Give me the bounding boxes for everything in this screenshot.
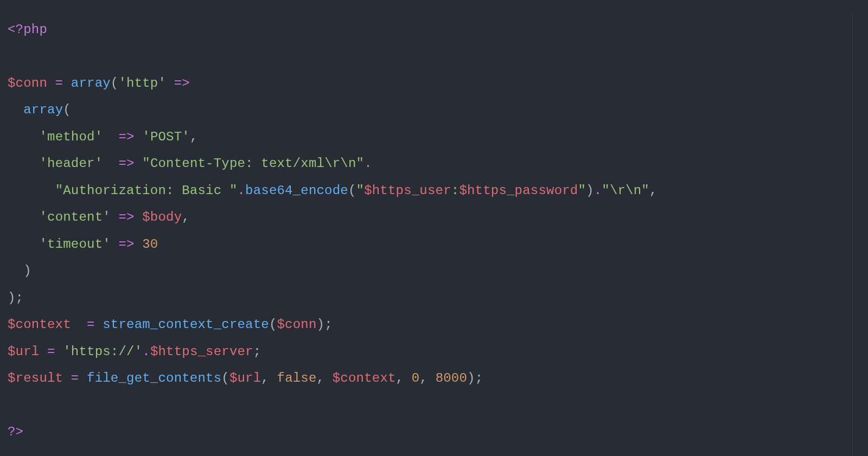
op-assign: = [47, 76, 71, 91]
str-header-key: 'header' [39, 156, 103, 171]
var-https-user: $https_user [364, 183, 451, 198]
comma: , [182, 210, 190, 224]
fn-base64-encode: base64_encode [245, 183, 348, 198]
comma: , [317, 371, 325, 386]
var-body: $body [142, 210, 182, 224]
str-colon: : [451, 183, 459, 198]
op-arrow: => [111, 130, 142, 144]
php-open-tag: <?php [8, 22, 47, 37]
paren-close: ) [23, 264, 31, 278]
paren-open: ( [348, 183, 356, 198]
op-assign: = [79, 317, 103, 332]
comma: , [419, 371, 427, 386]
op-dot: . [142, 344, 150, 359]
str-quote-open: " [356, 183, 365, 198]
paren-open: ( [63, 102, 71, 117]
var-url: $url [8, 344, 39, 359]
var-https-server: $https_server [150, 344, 253, 359]
op-arrow: => [111, 237, 142, 252]
op-arrow: => [166, 76, 197, 91]
str-content-type: "Content-Type: text/xml\r\n" [142, 156, 364, 171]
op-arrow: => [111, 156, 142, 171]
str-auth: "Authorization: Basic " [55, 183, 238, 198]
num-zero: 0 [412, 371, 420, 386]
paren-close: ) [586, 183, 594, 198]
paren-open: ( [111, 76, 119, 91]
var-conn: $conn [8, 76, 47, 91]
var-context: $context [8, 317, 71, 332]
op-assign: = [39, 344, 63, 359]
paren-open: ( [269, 317, 277, 332]
str-https: 'https://' [63, 344, 142, 359]
comma: , [261, 371, 269, 386]
num-timeout: 30 [142, 237, 158, 252]
op-assign: = [63, 371, 87, 386]
str-quote-close: " [578, 183, 586, 198]
op-arrow: => [111, 210, 142, 224]
var-context: $context [333, 371, 396, 386]
var-result: $result [8, 371, 63, 386]
str-timeout-key: 'timeout' [39, 237, 110, 252]
op-dot: . [364, 156, 372, 171]
php-close-tag: ?> [8, 425, 23, 439]
bool-false: false [277, 371, 317, 386]
str-method-key: 'method' [39, 130, 103, 144]
str-crlf: "\r\n" [602, 183, 649, 198]
paren-close: ) [317, 317, 325, 332]
fn-array: array [23, 102, 63, 117]
semicolon: ; [475, 371, 483, 386]
str-http: 'http' [118, 76, 166, 91]
op-dot: . [237, 183, 245, 198]
op-dot: . [594, 183, 602, 198]
num-max: 8000 [436, 371, 467, 386]
semicolon: ; [253, 344, 261, 359]
str-content-key: 'content' [39, 210, 110, 224]
fn-stream-context-create: stream_context_create [103, 317, 269, 332]
var-https-password: $https_password [459, 183, 578, 198]
semicolon: ; [324, 317, 333, 332]
semicolon: ; [16, 291, 24, 305]
editor-ruler [852, 13, 853, 456]
paren-open: ( [221, 371, 229, 386]
fn-array: array [71, 76, 111, 91]
var-conn: $conn [277, 317, 317, 332]
fn-file-get-contents: file_get_contents [87, 371, 221, 386]
comma: , [649, 183, 658, 198]
var-url: $url [229, 371, 261, 386]
paren-close: ) [467, 371, 475, 386]
code-editor[interactable]: <?php $conn = array('http' => array( 'me… [0, 13, 868, 456]
comma: , [396, 371, 404, 386]
comma: , [190, 130, 198, 144]
str-method-val: 'POST' [142, 130, 190, 144]
paren-close: ) [8, 291, 16, 305]
